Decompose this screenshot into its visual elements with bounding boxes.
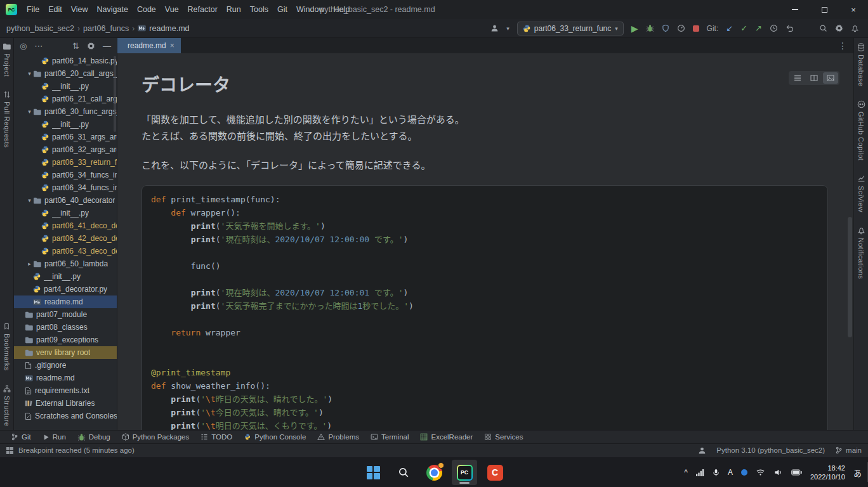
- tree-item-readme-md[interactable]: readme.md: [14, 295, 117, 308]
- tree-item-part06-14-basic-py[interactable]: part06_14_basic.py: [14, 55, 117, 67]
- tree-item-part06-21-call-args-[interactable]: part06_21_call_args_: [14, 93, 117, 105]
- locate-file-icon[interactable]: ◎: [20, 42, 27, 50]
- tool-window-problems[interactable]: Problems: [312, 431, 365, 443]
- tree-item-scratches-and-consoles[interactable]: Scratches and Consoles: [14, 410, 117, 422]
- profiler-button[interactable]: [677, 24, 685, 32]
- settings-button[interactable]: [835, 24, 843, 32]
- menu-edit[interactable]: Edit: [44, 0, 67, 19]
- tool-stripe-github-copilot[interactable]: GitHub Copilot: [857, 100, 865, 160]
- tool-stripe-structure[interactable]: Structure: [3, 385, 11, 426]
- menu-file[interactable]: File: [22, 0, 44, 19]
- git-branch-selector[interactable]: main: [835, 446, 862, 454]
- debug-button[interactable]: [646, 24, 654, 32]
- breadcrumb-item[interactable]: python_basic_sec2: [6, 24, 74, 33]
- menu-refactor[interactable]: Refactor: [183, 0, 222, 19]
- collapse-all-icon[interactable]: ⇅: [72, 42, 79, 50]
- tab-readme[interactable]: readme.md ×: [117, 38, 181, 53]
- tool-window-services[interactable]: Services: [478, 431, 529, 443]
- tree-item-part08-classes[interactable]: part08_classes: [14, 321, 117, 334]
- tree-item-part06-41-deco-den[interactable]: part06_41_deco_den: [14, 219, 117, 232]
- tree-item-part06-40-decorator[interactable]: ▾part06_40_decorator: [14, 194, 117, 207]
- options-icon[interactable]: ⋯: [34, 42, 43, 50]
- editor-scrollbar[interactable]: [848, 217, 852, 337]
- run-button[interactable]: ▶: [631, 24, 638, 33]
- search-everywhere-button[interactable]: [819, 24, 827, 32]
- red-app-button[interactable]: C: [482, 460, 508, 485]
- tool-window-python-console[interactable]: Python Console: [238, 431, 312, 443]
- coverage-button[interactable]: [662, 24, 669, 32]
- taskbar-search-button[interactable]: [391, 460, 416, 485]
- stop-button[interactable]: [693, 25, 699, 32]
- tool-stripe-pull-requests[interactable]: Pull Requests: [3, 91, 11, 148]
- minimize-button[interactable]: [780, 0, 810, 19]
- tree-item-part06-34-funcs-in-[interactable]: part06_34_funcs_in_: [14, 181, 117, 194]
- project-settings-icon[interactable]: [87, 42, 95, 50]
- battery-icon[interactable]: [791, 469, 802, 476]
- chrome-button[interactable]: [421, 460, 447, 485]
- tool-stripe-database[interactable]: Database: [857, 43, 865, 86]
- clock[interactable]: 18:42 2022/10/10: [810, 464, 845, 482]
- tree-item-part06-31-args-are-t[interactable]: part06_31_args_are_t: [14, 131, 117, 143]
- tree-item-part06-33-return-fu[interactable]: part06_33_return_fu: [14, 156, 117, 169]
- tab-options-icon[interactable]: ⋮: [838, 41, 853, 51]
- tree-item-part06-43-deco-den[interactable]: part06_43_deco_den: [14, 245, 117, 257]
- pycharm-taskbar-button[interactable]: [452, 460, 477, 485]
- undo-button[interactable]: [786, 24, 794, 32]
- tool-stripe-sciview[interactable]: SciView: [857, 174, 865, 212]
- tool-window-git[interactable]: Git: [5, 431, 37, 443]
- tree-item-part06-34-funcs-in-[interactable]: part06_34_funcs_in_: [14, 169, 117, 181]
- history-button[interactable]: [770, 24, 778, 32]
- python-interpreter-selector[interactable]: Python 3.10 (python_basic_sec2): [716, 446, 825, 454]
- tool-window-python-packages[interactable]: Python Packages: [116, 431, 195, 443]
- menu-code[interactable]: Code: [133, 0, 161, 19]
- menu-tools[interactable]: Tools: [246, 0, 273, 19]
- tree-item--init-py[interactable]: __init__.py: [14, 80, 117, 93]
- tree-item-part06-42-deco-den[interactable]: part06_42_deco_den: [14, 232, 117, 245]
- tree-item-external-libraries[interactable]: External Libraries: [14, 397, 117, 410]
- mic-icon[interactable]: [713, 469, 720, 477]
- project-scrollbar[interactable]: [114, 56, 116, 132]
- wifi-icon[interactable]: [756, 469, 765, 476]
- menu-view[interactable]: View: [67, 0, 93, 19]
- tree-item-part06-30-func-args-an[interactable]: ▾part06_30_func_args_an: [14, 105, 117, 118]
- preview-scroll-area[interactable]: デコレータ 「関数を加工して、機能追加した別の関数を作りたい」という場合がある。…: [117, 53, 853, 430]
- tree-item--init-py[interactable]: __init__.py: [14, 270, 117, 283]
- tool-stripe-project[interactable]: Project: [3, 43, 11, 77]
- language-indicator[interactable]: A: [728, 468, 733, 477]
- start-button[interactable]: [360, 460, 386, 485]
- cellular-icon[interactable]: [696, 469, 704, 476]
- split-view-icon[interactable]: [806, 72, 822, 84]
- user-icon[interactable]: [490, 24, 499, 32]
- tool-window-terminal[interactable]: Terminal: [365, 431, 414, 443]
- chevron-collapsed-icon[interactable]: ▸: [26, 261, 33, 267]
- tree-item-venv-library-root[interactable]: venv library root: [14, 346, 117, 359]
- run-config-select[interactable]: part06_33_return_func ▾: [517, 22, 624, 36]
- tree-item-requirements-txt[interactable]: requirements.txt: [14, 384, 117, 397]
- git-push-button[interactable]: ↗: [755, 24, 762, 32]
- hide-panel-icon[interactable]: —: [103, 42, 111, 50]
- ime-indicator[interactable]: あ: [853, 467, 862, 479]
- chevron-expanded-icon[interactable]: ▾: [26, 197, 33, 204]
- tool-window-excelreader[interactable]: ExcelReader: [414, 431, 478, 443]
- git-commit-button[interactable]: ✓: [740, 24, 747, 32]
- maximize-button[interactable]: [810, 0, 839, 19]
- tree-item-part06-20-call-args-kwa[interactable]: ▾part06_20_call_args_kwa: [14, 67, 117, 80]
- chevron-expanded-icon[interactable]: ▾: [26, 108, 33, 115]
- tree-item-readme-md[interactable]: readme.md: [14, 372, 117, 384]
- tree-item--gitignore[interactable]: .gitignore: [14, 359, 117, 372]
- tool-stripe-notifications[interactable]: Notifications: [857, 226, 865, 279]
- tool-window-debug[interactable]: Debug: [72, 431, 116, 443]
- menu-navigate[interactable]: Navigate: [93, 0, 133, 19]
- close-button[interactable]: ×: [839, 0, 868, 19]
- tree-item-part4-decorator-py[interactable]: part4_decorator.py: [14, 283, 117, 295]
- notifications-button[interactable]: [851, 24, 859, 32]
- breadcrumb-item[interactable]: part06_funcs: [83, 24, 129, 33]
- tree-item-part06-50-lambda[interactable]: ▸part06_50_lambda: [14, 257, 117, 270]
- tree-item-part06-32-args-are-t[interactable]: part06_32_args_are_t: [14, 143, 117, 156]
- volume-icon[interactable]: [773, 469, 783, 476]
- tree-item--init-py[interactable]: __init__.py: [14, 207, 117, 219]
- tree-item--init-py[interactable]: __init__.py: [14, 118, 117, 131]
- tool-window-switcher-icon[interactable]: [6, 447, 13, 454]
- tree-item-part07-module[interactable]: part07_module: [14, 308, 117, 321]
- menu-vue[interactable]: Vue: [161, 0, 183, 19]
